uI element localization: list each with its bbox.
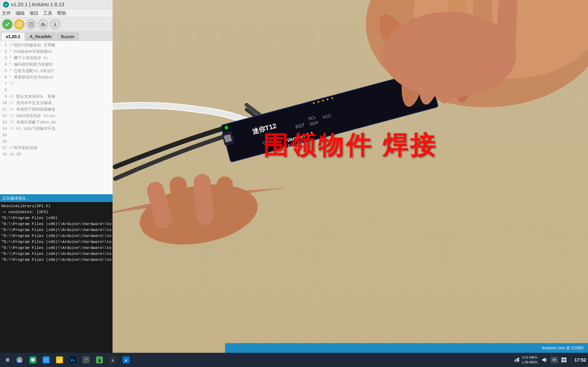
upload-button[interactable] <box>14 19 24 29</box>
svg-rect-71 <box>515 359 516 362</box>
console-line-2: -> candidates: [SPI1 <box>1 209 111 215</box>
tab-v1201[interactable]: v1.20.1 <box>1 32 25 41</box>
code-line-11: 11 // 并按照下面的链接修改 <box>0 106 112 112</box>
compile-status-bar: 正在编译项目... <box>0 194 112 202</box>
arduino-icon: ∞ <box>3 1 9 8</box>
verify-button[interactable] <box>2 19 12 29</box>
scene-svg: 迷你T12 RST SCL SDA VCC GND Version 1.1 -樱… <box>112 0 588 367</box>
svg-text:🎬: 🎬 <box>84 359 88 362</box>
hardware-scene: 迷你T12 RST SCL SDA VCC GND Version 1.1 -樱… <box>112 0 588 367</box>
taskbar-settings[interactable]: ⚙ <box>107 354 119 366</box>
network-speed: 0.02 MB/S↑ 1.58 MB/S↓ <box>522 355 538 365</box>
taskbar-chrome[interactable] <box>13 354 26 366</box>
svg-text:📱: 📱 <box>98 359 102 362</box>
tab-areadme[interactable]: A_ReadMe <box>25 32 56 41</box>
download-speed: 1.58 MB/S↓ <box>522 360 538 365</box>
taskbar: ⊞ 💬 🛡 <box>0 353 588 367</box>
svg-text:🛡: 🛡 <box>44 359 48 363</box>
taskbar-mobile[interactable]: 📱 <box>93 354 106 366</box>
svg-text:∞: ∞ <box>5 3 7 7</box>
taskbar-clock: 17:52 <box>574 357 586 363</box>
taskbar-video[interactable]: 🎬 <box>80 354 92 366</box>
svg-rect-76 <box>561 360 564 362</box>
console-area[interactable]: ResolveLibrary(SPI.h) -> candidates: [SP… <box>0 202 112 356</box>
svg-rect-72 <box>517 358 518 362</box>
menu-project[interactable]: 项目 <box>29 10 39 16</box>
svg-rect-73 <box>518 358 519 362</box>
svg-text:⚙: ⚙ <box>112 359 114 362</box>
code-line-10: 10 // 若内存不足无法编译， <box>0 100 112 106</box>
console-line-6: "D:\\Program Files (x86)\\Arduino\\hardw… <box>1 233 111 239</box>
svg-point-53 <box>19 359 20 361</box>
volume-icon[interactable] <box>541 357 548 363</box>
menu-bar: 文件 编辑 项目 工具 帮助 <box>0 9 112 17</box>
system-icon-1 <box>561 357 567 363</box>
menu-edit[interactable]: 编辑 <box>16 10 25 16</box>
code-line-18: 18 v1.20 <box>0 151 112 157</box>
svg-point-43 <box>382 12 516 98</box>
open-button[interactable] <box>38 19 48 29</box>
menu-file[interactable]: 文件 <box>2 10 11 16</box>
code-line-4: 4 * 编码器控制改为按键控 <box>0 61 112 67</box>
svg-text:💬: 💬 <box>30 358 36 363</box>
svg-text:Ps: Ps <box>71 359 75 362</box>
start-button[interactable]: ⊞ <box>2 354 13 366</box>
code-line-7: 7 */ <box>0 80 112 87</box>
network-icons <box>514 357 519 363</box>
console-line-8: "D:\\Program Files (x86)\\Arduino\\hardw… <box>1 245 111 251</box>
svg-rect-74 <box>561 357 564 360</box>
console-line-9: "D:\\Program Files (x86)\\Arduino\\hardw… <box>1 251 111 257</box>
menu-tools[interactable]: 工具 <box>43 10 52 16</box>
ime-indicator[interactable]: 中 <box>551 357 558 363</box>
code-line-14: 14 // V1.10以下的版本不适 <box>0 125 112 132</box>
tabs-bar: v1.20.1 A_ReadMe Buzzer <box>0 31 112 41</box>
taskbar-divider <box>571 356 571 364</box>
code-line-15: 15 <box>0 132 112 138</box>
svg-rect-70 <box>514 360 515 362</box>
svg-rect-48 <box>216 176 233 224</box>
ide-panel: ∞ v1.20.1 | Arduino 1.8.13 文件 编辑 项目 工具 帮… <box>0 0 112 367</box>
console-line-10: "D:\\Program Files (x86)\\Arduino\\hardw… <box>1 257 111 263</box>
code-area[interactable]: 1 /*项目代码修改自 甘草酸 2 * PCB及BOM开源链接ht 3 * 樱下… <box>0 41 112 194</box>
svg-text:e: e <box>125 359 127 363</box>
taskbar-browser2[interactable]: e <box>120 354 132 366</box>
taskbar-right: 0.02 MB/S↑ 1.58 MB/S↓ 中 17:52 <box>514 355 586 365</box>
video-panel: 迷你T12 RST SCL SDA VCC GND Version 1.1 -樱… <box>112 0 588 367</box>
svg-rect-75 <box>564 357 566 360</box>
code-line-12: 12 // U8G2优化内存 https <box>0 112 112 119</box>
taskbar-photoshop[interactable]: Ps <box>67 354 79 366</box>
taskbar-explorer[interactable]: 📁 <box>53 354 66 366</box>
console-line-7: "D:\\Program Files (x86)\\Arduino\\hardw… <box>1 239 111 245</box>
compile-status-text: 正在编译项目... <box>2 196 29 201</box>
taskbar-items: 💬 🛡 📁 Ps 🎬 <box>13 354 514 366</box>
svg-rect-77 <box>564 360 566 362</box>
title-bar: ∞ v1.20.1 | Arduino 1.8.13 <box>0 0 112 9</box>
code-line-16: 16 <box>0 138 112 144</box>
code-line-9: 9 // 默认支持深圳头，更换 <box>0 93 112 100</box>
code-line-5: 5 * 已改为适配V1.8单运行 <box>0 67 112 74</box>
arduino-status-text: Arduino Uno 在 COM3 <box>542 345 583 351</box>
ime-label: 中 <box>552 358 556 362</box>
code-line-8: 8 <box>0 87 112 93</box>
menu-help[interactable]: 帮助 <box>57 10 66 16</box>
time-display: 17:52 <box>574 357 586 363</box>
ime-chinese[interactable]: 中 <box>551 357 558 363</box>
code-line-17: 17 /*程序更新说明 <box>0 144 112 151</box>
code-line-6: 6 * 屏幕驱动可改为SSD13 <box>0 74 112 80</box>
tab-buzzer[interactable]: Buzzer <box>57 32 79 41</box>
taskbar-wechat[interactable]: 💬 <box>27 354 39 366</box>
toolbar <box>0 17 112 31</box>
save-button[interactable] <box>50 19 60 29</box>
upload-speed: 0.02 MB/S↑ <box>522 355 538 360</box>
new-button[interactable] <box>26 19 36 29</box>
code-line-1: 1 /*项目代码修改自 甘草酸 <box>0 42 112 48</box>
console-line-3: "D:\\Program Files (x86) <box>1 215 111 221</box>
code-line-13: 13 // 本项目屏蔽了U8G2_W1 <box>0 119 112 125</box>
svg-text:📁: 📁 <box>57 358 62 363</box>
arduino-status-bar: Arduino Uno 在 COM3 <box>225 343 588 353</box>
console-line-4: "D:\\Program Files (x86)\\Arduino\\hardw… <box>1 221 111 227</box>
code-line-3: 3 * 樱下小渚花田汐 ht <box>0 55 112 61</box>
code-line-2: 2 * PCB及BOM开源链接ht <box>0 48 112 55</box>
taskbar-security[interactable]: 🛡 <box>40 354 52 366</box>
console-line-5: "D:\\Program Files (x86)\\Arduino\\hardw… <box>1 227 111 233</box>
